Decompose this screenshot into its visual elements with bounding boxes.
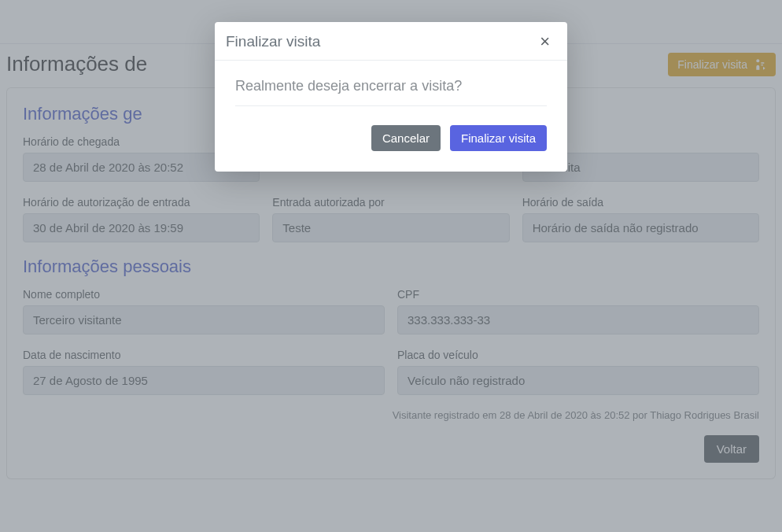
- modal-question-text: Realmente deseja encerrar a visita?: [235, 78, 547, 106]
- finish-visit-modal: Finalizar visita × Realmente deseja ence…: [215, 22, 567, 172]
- modal-backdrop[interactable]: Finalizar visita × Realmente deseja ence…: [0, 0, 782, 532]
- modal-title: Finalizar visita: [226, 33, 320, 50]
- modal-close-button[interactable]: ×: [537, 33, 553, 50]
- cancel-button[interactable]: Cancelar: [371, 125, 441, 151]
- confirm-finish-button[interactable]: Finalizar visita: [450, 125, 547, 151]
- close-icon: ×: [540, 31, 550, 51]
